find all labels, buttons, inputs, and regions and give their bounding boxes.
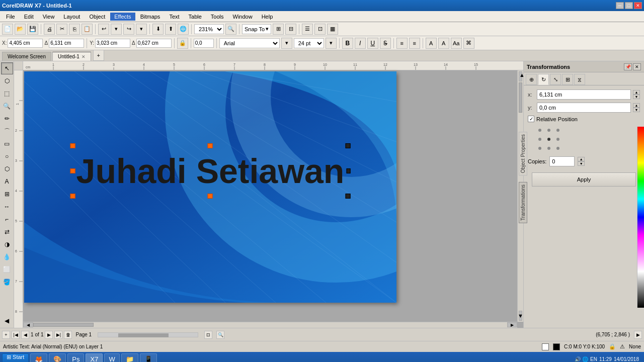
menu-effects[interactable]: Effects [110, 13, 135, 21]
color-palette[interactable] [637, 127, 644, 308]
object-properties-tab[interactable]: Object Properties [519, 132, 527, 175]
copies-input[interactable] [549, 156, 575, 166]
shape-tool[interactable]: ⬡ [1, 75, 13, 87]
x-field-input[interactable] [537, 89, 631, 100]
handle-bl[interactable] [70, 194, 75, 199]
handle-tr[interactable] [345, 143, 350, 148]
copies-down-arrow[interactable]: ▼ [578, 161, 585, 166]
grid-tm[interactable] [545, 126, 553, 134]
taskbar-corel-logo[interactable]: 🎨 [49, 353, 66, 362]
color-eyedrop[interactable]: 💧 [1, 251, 13, 263]
text-vert-btn[interactable]: A [438, 38, 449, 49]
font-selector[interactable]: Arial [219, 38, 280, 48]
menu-view[interactable]: View [39, 13, 59, 21]
transparency-tool[interactable]: ◑ [1, 238, 13, 250]
interactive-fill[interactable]: ⬜ [1, 263, 13, 276]
text-tool[interactable]: A [1, 175, 13, 188]
polygon-tool[interactable]: ⬡ [1, 163, 13, 175]
menu-window[interactable]: Window [229, 13, 257, 21]
hscroll-status[interactable] [98, 332, 198, 337]
snap-toggle[interactable]: ⊞ [273, 24, 284, 35]
table-tool[interactable]: ⊞ [1, 188, 13, 200]
first-page-btn[interactable]: |◀ [12, 331, 20, 339]
vscroll-up[interactable]: ▲ [519, 71, 522, 81]
underline-button[interactable]: U [367, 38, 378, 49]
handle-ml[interactable] [70, 168, 75, 173]
transform-tab-rotate[interactable]: ↻ [538, 74, 549, 85]
grid-br[interactable] [554, 144, 562, 152]
menu-table[interactable]: Table [185, 13, 206, 21]
rect-tool[interactable]: ▭ [1, 138, 13, 150]
font-size-selector[interactable]: 24 pt [294, 38, 324, 48]
y-up-arrow[interactable]: ▲ [633, 103, 640, 108]
import-button[interactable]: ⬇ [152, 24, 164, 35]
zoom-combo[interactable]: 231% [194, 24, 224, 34]
zoom-out-status-btn[interactable]: 🔍 [216, 331, 224, 339]
handle-tm[interactable] [208, 143, 213, 148]
panel-close-btn[interactable]: ✕ [633, 63, 641, 70]
grid-mm[interactable] [545, 135, 553, 143]
maximize-button[interactable]: □ [625, 2, 633, 9]
close-button[interactable]: ✕ [634, 2, 642, 9]
vscroll-thumb[interactable] [519, 82, 522, 113]
del-page-btn[interactable]: 🗑 [64, 331, 72, 339]
grid-tl[interactable] [536, 126, 544, 134]
save-button[interactable]: 💾 [27, 24, 38, 35]
view-btn3[interactable]: ▦ [327, 24, 338, 35]
text-horz-btn[interactable]: A [426, 38, 437, 49]
taskbar-coreldraw[interactable]: X7 [86, 353, 103, 362]
status-alert-icon[interactable]: ⚠ [620, 343, 625, 350]
horizontal-scrollbar[interactable]: ◀ ▶ [23, 322, 517, 328]
curve-tool[interactable]: ✏ [1, 113, 13, 125]
hscroll-right[interactable]: ▶ [507, 322, 517, 327]
parallel-tool[interactable]: ↔ [1, 201, 13, 213]
tab-welcome[interactable]: Welcome Screen [2, 52, 51, 61]
y-field-input[interactable] [537, 103, 631, 113]
publish-button[interactable]: 🌐 [178, 24, 189, 35]
redo-button[interactable]: ↪ [123, 24, 134, 35]
dy-input[interactable] [136, 39, 172, 48]
lang-indicator[interactable]: EN [590, 356, 597, 362]
snap-combo[interactable]: Snap To ▾ [242, 24, 271, 34]
lock-icon[interactable]: 🔒 [609, 343, 616, 350]
menu-text[interactable]: Text [165, 13, 183, 21]
new-button[interactable]: 📄 [2, 24, 13, 35]
view-btn[interactable]: ☰ [302, 24, 313, 35]
crop-tool[interactable]: ⬚ [1, 87, 13, 100]
hscroll-status-thumb[interactable] [118, 333, 169, 337]
print-button[interactable]: 🖨 [44, 24, 55, 35]
taskbar-photoshop[interactable]: Ps [67, 353, 84, 362]
grid-bm[interactable] [545, 144, 553, 152]
snap-guide[interactable]: ⊟ [285, 24, 296, 35]
blend-tool[interactable]: ⇄ [1, 226, 13, 238]
menu-tools[interactable]: Tools [207, 13, 228, 21]
copy-button[interactable]: ⎘ [69, 24, 80, 35]
menu-help[interactable]: Help [258, 13, 277, 21]
grid-ml[interactable] [536, 135, 544, 143]
char-btn[interactable]: ⌘ [463, 38, 474, 49]
lock-aspect-btn[interactable]: 🔒 [177, 38, 188, 49]
undo-dropdown[interactable]: ▾ [111, 24, 122, 35]
handle-bm[interactable] [208, 194, 213, 199]
angle-input[interactable] [194, 39, 214, 48]
copies-up-arrow[interactable]: ▲ [578, 157, 585, 161]
start-button[interactable]: ⊞ Start [2, 353, 29, 362]
transform-tab-skew[interactable]: ⧖ [574, 74, 585, 85]
handle-tl[interactable] [70, 143, 75, 148]
transformations-tab[interactable]: Transformations [519, 182, 527, 223]
grid-tr[interactable] [554, 126, 562, 134]
taskbar-firefox[interactable]: 🦊 [30, 353, 47, 362]
x-down-arrow[interactable]: ▼ [633, 95, 640, 99]
smart-fill[interactable]: 🪣 [1, 276, 13, 288]
panel-pin-btn[interactable]: 📌 [624, 63, 632, 70]
menu-bitmaps[interactable]: Bitmaps [136, 13, 165, 21]
list-num-btn[interactable]: ≡ [409, 38, 420, 49]
handle-br[interactable] [345, 194, 350, 199]
transform-tab-position[interactable]: ⊕ [526, 74, 537, 85]
taskbar-word[interactable]: W [104, 353, 119, 362]
x-input[interactable] [8, 39, 43, 48]
grid-mr[interactable] [554, 135, 562, 143]
export-button[interactable]: ⬆ [165, 24, 176, 35]
tab-untitled1[interactable]: Untitled-1 ✕ [52, 52, 91, 61]
tab-close-btn[interactable]: ✕ [82, 54, 86, 59]
